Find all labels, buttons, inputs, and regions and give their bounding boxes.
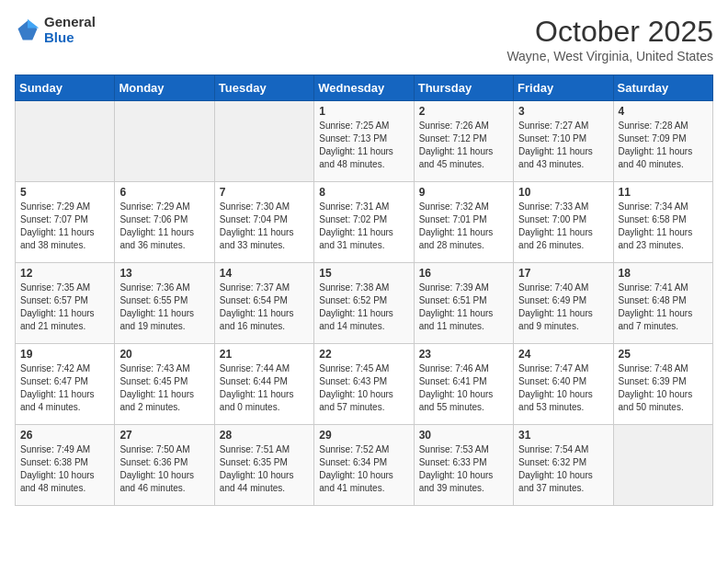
calendar-cell xyxy=(613,425,712,506)
logo-text: General Blue xyxy=(44,15,96,45)
header-day-saturday: Saturday xyxy=(613,75,712,101)
day-info: Sunrise: 7:25 AMSunset: 7:13 PMDaylight:… xyxy=(319,120,408,171)
calendar-subtitle: Wayne, West Virginia, United States xyxy=(506,49,713,63)
calendar-cell: 23Sunrise: 7:46 AMSunset: 6:41 PMDayligh… xyxy=(414,344,513,425)
calendar-cell: 10Sunrise: 7:33 AMSunset: 7:00 PMDayligh… xyxy=(514,182,613,263)
day-info: Sunrise: 7:50 AMSunset: 6:36 PMDaylight:… xyxy=(119,443,209,495)
calendar-cell: 18Sunrise: 7:41 AMSunset: 6:48 PMDayligh… xyxy=(613,263,712,344)
calendar-cell: 1Sunrise: 7:25 AMSunset: 7:13 PMDaylight… xyxy=(314,101,414,182)
day-info: Sunrise: 7:41 AMSunset: 6:48 PMDaylight:… xyxy=(619,282,708,333)
week-row-5: 26Sunrise: 7:49 AMSunset: 6:38 PMDayligh… xyxy=(16,425,713,506)
day-info: Sunrise: 7:43 AMSunset: 6:45 PMDaylight:… xyxy=(119,362,209,414)
calendar-cell xyxy=(16,101,115,182)
week-row-4: 19Sunrise: 7:42 AMSunset: 6:47 PMDayligh… xyxy=(16,344,713,425)
calendar-cell: 25Sunrise: 7:48 AMSunset: 6:39 PMDayligh… xyxy=(613,344,712,425)
logo-blue-text: Blue xyxy=(44,30,96,46)
day-number: 15 xyxy=(319,267,408,280)
calendar-cell: 5Sunrise: 7:29 AMSunset: 7:07 PMDaylight… xyxy=(16,182,115,263)
day-info: Sunrise: 7:28 AMSunset: 7:09 PMDaylight:… xyxy=(619,120,708,171)
week-row-3: 12Sunrise: 7:35 AMSunset: 6:57 PMDayligh… xyxy=(16,263,713,344)
calendar-cell: 29Sunrise: 7:52 AMSunset: 6:34 PMDayligh… xyxy=(314,425,414,506)
day-number: 3 xyxy=(518,105,608,118)
day-number: 23 xyxy=(419,348,508,361)
day-number: 31 xyxy=(518,429,608,442)
calendar-table: SundayMondayTuesdayWednesdayThursdayFrid… xyxy=(15,75,713,506)
day-info: Sunrise: 7:48 AMSunset: 6:39 PMDaylight:… xyxy=(619,362,708,414)
day-info: Sunrise: 7:29 AMSunset: 7:06 PMDaylight:… xyxy=(119,201,209,252)
day-info: Sunrise: 7:47 AMSunset: 6:40 PMDaylight:… xyxy=(518,362,608,414)
day-number: 27 xyxy=(119,429,209,442)
day-number: 5 xyxy=(20,186,109,199)
header-day-sunday: Sunday xyxy=(16,75,115,101)
logo-icon xyxy=(15,17,40,43)
calendar-cell: 27Sunrise: 7:50 AMSunset: 6:36 PMDayligh… xyxy=(115,425,214,506)
day-info: Sunrise: 7:46 AMSunset: 6:41 PMDaylight:… xyxy=(419,362,508,414)
day-number: 18 xyxy=(619,267,708,280)
calendar-cell: 2Sunrise: 7:26 AMSunset: 7:12 PMDaylight… xyxy=(414,101,513,182)
calendar-cell: 31Sunrise: 7:54 AMSunset: 6:32 PMDayligh… xyxy=(514,425,613,506)
calendar-cell: 20Sunrise: 7:43 AMSunset: 6:45 PMDayligh… xyxy=(115,344,214,425)
day-number: 20 xyxy=(119,348,209,361)
header-day-monday: Monday xyxy=(115,75,214,101)
day-info: Sunrise: 7:35 AMSunset: 6:57 PMDaylight:… xyxy=(20,282,109,333)
calendar-cell: 28Sunrise: 7:51 AMSunset: 6:35 PMDayligh… xyxy=(214,425,313,506)
day-info: Sunrise: 7:53 AMSunset: 6:33 PMDaylight:… xyxy=(419,443,508,495)
calendar-cell xyxy=(214,101,313,182)
header-day-thursday: Thursday xyxy=(414,75,513,101)
day-info: Sunrise: 7:33 AMSunset: 7:00 PMDaylight:… xyxy=(518,201,608,252)
svg-marker-1 xyxy=(28,18,39,28)
day-number: 8 xyxy=(319,186,408,199)
header-day-tuesday: Tuesday xyxy=(214,75,313,101)
calendar-cell: 19Sunrise: 7:42 AMSunset: 6:47 PMDayligh… xyxy=(16,344,115,425)
day-number: 24 xyxy=(518,348,608,361)
calendar-cell: 3Sunrise: 7:27 AMSunset: 7:10 PMDaylight… xyxy=(514,101,613,182)
page-header: General Blue October 2025 Wayne, West Vi… xyxy=(15,15,713,63)
calendar-header: SundayMondayTuesdayWednesdayThursdayFrid… xyxy=(16,75,713,101)
day-info: Sunrise: 7:52 AMSunset: 6:34 PMDaylight:… xyxy=(319,443,408,495)
day-info: Sunrise: 7:44 AMSunset: 6:44 PMDaylight:… xyxy=(220,362,309,414)
day-info: Sunrise: 7:34 AMSunset: 6:58 PMDaylight:… xyxy=(619,201,708,252)
week-row-2: 5Sunrise: 7:29 AMSunset: 7:07 PMDaylight… xyxy=(16,182,713,263)
calendar-cell: 26Sunrise: 7:49 AMSunset: 6:38 PMDayligh… xyxy=(16,425,115,506)
day-number: 22 xyxy=(319,348,408,361)
calendar-cell: 14Sunrise: 7:37 AMSunset: 6:54 PMDayligh… xyxy=(214,263,313,344)
calendar-cell: 4Sunrise: 7:28 AMSunset: 7:09 PMDaylight… xyxy=(613,101,712,182)
day-number: 11 xyxy=(619,186,708,199)
day-info: Sunrise: 7:32 AMSunset: 7:01 PMDaylight:… xyxy=(419,201,508,252)
calendar-cell: 13Sunrise: 7:36 AMSunset: 6:55 PMDayligh… xyxy=(115,263,214,344)
day-info: Sunrise: 7:36 AMSunset: 6:55 PMDaylight:… xyxy=(119,282,209,333)
day-number: 26 xyxy=(20,429,109,442)
day-number: 17 xyxy=(518,267,608,280)
header-day-friday: Friday xyxy=(514,75,613,101)
calendar-cell: 17Sunrise: 7:40 AMSunset: 6:49 PMDayligh… xyxy=(514,263,613,344)
header-row: SundayMondayTuesdayWednesdayThursdayFrid… xyxy=(16,75,713,101)
day-info: Sunrise: 7:45 AMSunset: 6:43 PMDaylight:… xyxy=(319,362,408,414)
day-number: 1 xyxy=(319,105,408,118)
day-info: Sunrise: 7:49 AMSunset: 6:38 PMDaylight:… xyxy=(20,443,109,495)
day-info: Sunrise: 7:29 AMSunset: 7:07 PMDaylight:… xyxy=(20,201,109,252)
day-info: Sunrise: 7:26 AMSunset: 7:12 PMDaylight:… xyxy=(419,120,508,171)
day-number: 28 xyxy=(220,429,309,442)
calendar-cell: 6Sunrise: 7:29 AMSunset: 7:06 PMDaylight… xyxy=(115,182,214,263)
day-number: 25 xyxy=(619,348,708,361)
calendar-body: 1Sunrise: 7:25 AMSunset: 7:13 PMDaylight… xyxy=(16,101,713,506)
day-number: 2 xyxy=(419,105,508,118)
logo: General Blue xyxy=(15,15,96,45)
day-number: 4 xyxy=(619,105,708,118)
day-info: Sunrise: 7:42 AMSunset: 6:47 PMDaylight:… xyxy=(20,362,109,414)
calendar-cell: 12Sunrise: 7:35 AMSunset: 6:57 PMDayligh… xyxy=(16,263,115,344)
day-info: Sunrise: 7:39 AMSunset: 6:51 PMDaylight:… xyxy=(419,282,508,333)
calendar-cell xyxy=(115,101,214,182)
logo-general-text: General xyxy=(44,15,96,30)
calendar-cell: 15Sunrise: 7:38 AMSunset: 6:52 PMDayligh… xyxy=(314,263,414,344)
week-row-1: 1Sunrise: 7:25 AMSunset: 7:13 PMDaylight… xyxy=(16,101,713,182)
day-info: Sunrise: 7:38 AMSunset: 6:52 PMDaylight:… xyxy=(319,282,408,333)
day-number: 21 xyxy=(220,348,309,361)
day-number: 7 xyxy=(220,186,309,199)
day-info: Sunrise: 7:40 AMSunset: 6:49 PMDaylight:… xyxy=(518,282,608,333)
day-number: 30 xyxy=(419,429,508,442)
day-number: 14 xyxy=(220,267,309,280)
day-number: 19 xyxy=(20,348,109,361)
day-number: 29 xyxy=(319,429,408,442)
day-number: 9 xyxy=(419,186,508,199)
